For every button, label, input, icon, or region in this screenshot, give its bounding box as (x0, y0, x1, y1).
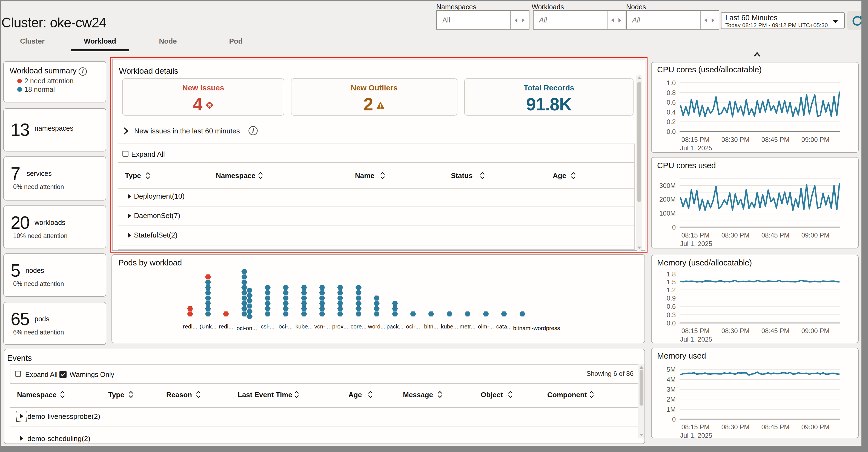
svg-text:0.6: 0.6 (667, 99, 676, 106)
svg-text:i: i (82, 68, 84, 74)
svg-text:0: 0 (672, 223, 676, 231)
svg-text:Jul 1, 2025: Jul 1, 2025 (680, 240, 712, 247)
svg-text:08:15 PM: 08:15 PM (681, 327, 710, 334)
svg-text:08:45 PM: 08:45 PM (762, 327, 790, 334)
svg-text:0.3: 0.3 (667, 311, 676, 319)
svg-text:0.9: 0.9 (667, 295, 676, 302)
svg-text:csi-...: csi-... (261, 323, 275, 330)
svg-text:0.2: 0.2 (667, 118, 676, 125)
svg-text:09:00 PM: 09:00 PM (801, 232, 830, 239)
svg-text:08:30 PM: 08:30 PM (721, 327, 750, 334)
svg-text:Jul 1, 2025: Jul 1, 2025 (680, 432, 712, 439)
svg-text:0: 0 (672, 416, 676, 423)
svg-text:08:15 PM: 08:15 PM (681, 136, 710, 143)
svg-text:0.0: 0.0 (667, 320, 676, 327)
svg-text:1M: 1M (667, 406, 676, 413)
svg-text:word...: word... (368, 323, 385, 330)
svg-text:08:30 PM: 08:30 PM (721, 232, 750, 239)
svg-text:09:00 PM: 09:00 PM (801, 327, 830, 334)
svg-text:0.4: 0.4 (667, 109, 676, 116)
svg-text:metr...: metr... (460, 323, 475, 330)
svg-text:08:15 PM: 08:15 PM (681, 232, 710, 239)
svg-text:prox...: prox... (332, 323, 348, 330)
svg-text:1.5: 1.5 (667, 278, 676, 286)
svg-text:redi...: redi... (219, 323, 234, 330)
svg-text:vcn-...: vcn-... (314, 323, 330, 330)
svg-text:kube...: kube... (295, 323, 312, 330)
svg-text:oci-...: oci-... (279, 323, 292, 330)
svg-text:3M: 3M (667, 386, 676, 393)
svg-text:oci-...: oci-... (406, 323, 420, 330)
svg-text:2M: 2M (667, 396, 676, 403)
svg-text:1.0: 1.0 (667, 79, 676, 87)
svg-text:1.2: 1.2 (667, 286, 676, 294)
svg-text:0.8: 0.8 (667, 89, 676, 96)
svg-text:09:00 PM: 09:00 PM (801, 136, 830, 143)
svg-text:bitn...: bitn... (424, 323, 438, 330)
svg-text:0.0: 0.0 (667, 128, 676, 135)
svg-text:i: i (252, 127, 254, 134)
svg-text:4M: 4M (667, 376, 676, 383)
svg-text:(Unk...: (Unk... (200, 323, 217, 330)
svg-text:08:30 PM: 08:30 PM (721, 423, 750, 431)
svg-text:Jul 1, 2025: Jul 1, 2025 (680, 336, 712, 343)
svg-text:08:15 PM: 08:15 PM (681, 423, 710, 431)
svg-text:08:30 PM: 08:30 PM (721, 136, 750, 143)
svg-text:200M: 200M (659, 195, 676, 203)
svg-text:Jul 1, 2025: Jul 1, 2025 (680, 144, 712, 152)
svg-text:pack...: pack... (386, 323, 403, 330)
svg-text:08:45 PM: 08:45 PM (762, 136, 790, 143)
svg-text:cata...: cata... (496, 323, 512, 330)
svg-text:08:45 PM: 08:45 PM (762, 232, 790, 239)
svg-text:kube...: kube... (441, 323, 458, 330)
svg-text:0.6: 0.6 (667, 303, 676, 310)
svg-text:redi...: redi... (183, 323, 197, 330)
svg-text:08:45 PM: 08:45 PM (762, 423, 790, 431)
svg-text:1.8: 1.8 (667, 270, 676, 278)
svg-text:300M: 300M (659, 182, 676, 189)
svg-text:olm-...: olm-... (478, 323, 494, 330)
svg-text:core...: core... (350, 323, 367, 330)
svg-text:5M: 5M (667, 366, 676, 373)
svg-text:09:00 PM: 09:00 PM (801, 423, 830, 431)
svg-text:oci-on...: oci-on... (237, 325, 257, 331)
svg-text:100M: 100M (659, 210, 676, 217)
svg-text:bitnami-wordpress: bitnami-wordpress (513, 325, 560, 331)
